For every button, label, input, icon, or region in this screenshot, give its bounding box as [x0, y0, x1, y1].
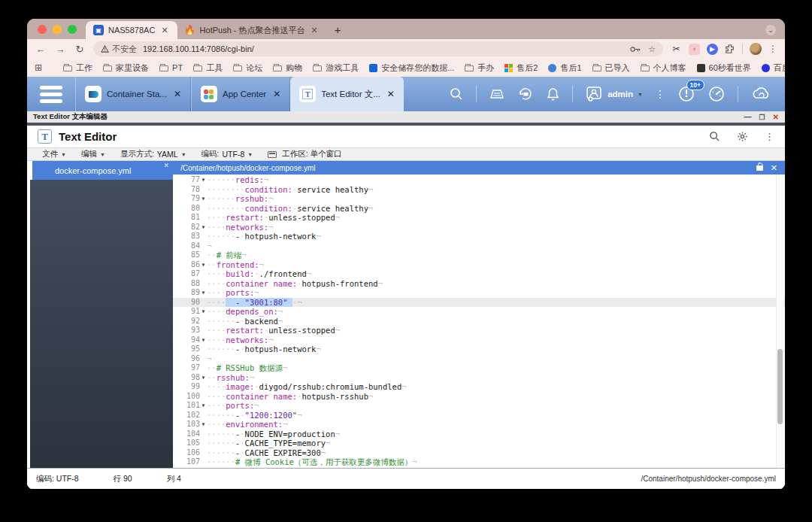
bookmark-item[interactable]: 游戏工具	[313, 62, 359, 74]
unlock-icon[interactable]	[756, 165, 763, 171]
more-options-icon[interactable]: ⋮	[655, 88, 665, 100]
bookmark-item[interactable]: 论坛	[233, 62, 262, 74]
bookmark-item[interactable]: 工作	[63, 62, 92, 74]
url-text[interactable]: 192.168.100.114:7086/cgi-bin/	[143, 44, 254, 53]
vertical-scrollbar[interactable]	[776, 175, 784, 468]
code-line-87[interactable]: 87····build:·./frontend¬	[173, 269, 785, 279]
code-line-102[interactable]: 102······-·"1200:1200"¬	[173, 411, 785, 420]
menu-edit[interactable]: 编辑▼	[75, 149, 111, 159]
bookmark-item[interactable]: 个人博客	[641, 62, 686, 74]
code-line-92[interactable]: 92······-·backend¬	[173, 317, 785, 326]
code-line-80[interactable]: 80········condition:·service_healthy¬	[173, 204, 785, 214]
bookmark-item[interactable]: 购物	[273, 62, 302, 74]
code-line-108[interactable]: 108······# - WEIBO_COOKIE=your_weibo_coo…	[173, 467, 785, 469]
code-line-83[interactable]: 83······-·hotpush-network¬	[173, 232, 785, 241]
sidebar-file-item[interactable]: docker-compose.yml ✕	[30, 161, 173, 180]
code-line-85[interactable]: 85··# 前端¬	[173, 250, 785, 260]
settings-gear-icon[interactable]	[737, 131, 748, 142]
fold-arrow-icon[interactable]: ▼	[200, 335, 207, 345]
code-line-78[interactable]: 78········condition:·service_healthy¬	[173, 185, 785, 195]
main-menu-button[interactable]	[27, 77, 75, 111]
task-progress-button[interactable]: 10+	[677, 85, 695, 103]
window-titlebar[interactable]: Text Editor 文本编辑器 — ❐ ✕	[27, 111, 785, 123]
code-line-84[interactable]: 84¬	[173, 241, 785, 251]
zoom-window-button[interactable]	[68, 25, 77, 34]
macos-traffic-lights[interactable]	[27, 25, 86, 39]
close-tab-icon[interactable]: ✕	[273, 89, 280, 99]
fold-arrow-icon[interactable]: ▼	[200, 288, 207, 298]
close-tab-icon[interactable]: ✕	[159, 26, 169, 35]
menu-workspace[interactable]: 工作区: 单个窗口	[262, 149, 347, 159]
fold-arrow-icon[interactable]: ▼	[200, 175, 207, 185]
close-tab-icon[interactable]: ✕	[310, 26, 320, 35]
close-window-button[interactable]	[38, 25, 47, 34]
code-line-91[interactable]: 91▼····depends_on:¬	[173, 307, 785, 317]
fold-arrow-icon[interactable]: ▼	[200, 401, 207, 411]
maximize-button[interactable]: ❐	[759, 114, 765, 121]
reload-button[interactable]: ↻	[74, 44, 86, 55]
code-line-98[interactable]: 98▼··rsshub:¬	[173, 373, 785, 383]
menu-file[interactable]: 文件▼	[36, 149, 72, 159]
bookmark-item[interactable]: PT	[159, 63, 183, 72]
fold-arrow-icon[interactable]: ▼	[200, 223, 207, 232]
show-desktop-icon[interactable]	[489, 87, 505, 101]
user-menu[interactable]: admin ▼	[585, 86, 643, 102]
code-line-107[interactable]: 107······# 微博 Cookie（可选，用于获取更多微博数据）¬	[173, 457, 785, 467]
code-line-95[interactable]: 95······-·hotpush-network¬	[173, 344, 785, 354]
tab-search-icon[interactable]: ⌄	[765, 25, 776, 35]
background-tasks-icon[interactable]	[517, 86, 534, 102]
pink-extension-icon[interactable]: ◖	[689, 44, 700, 55]
file-path-bar[interactable]: /Container/hotpush/docker-compose.yml ✕	[173, 161, 785, 175]
bookmark-item[interactable]: 家里设备	[103, 62, 149, 74]
forward-button[interactable]: →	[54, 44, 66, 55]
code-line-93[interactable]: 93····restart:·unless-stopped¬	[173, 326, 785, 335]
code-line-106[interactable]: 106······-·CACHE_EXPIRE=300¬	[173, 448, 785, 458]
code-line-105[interactable]: 105······-·CACHE_TYPE=memory¬	[173, 439, 785, 448]
code-area[interactable]: 77▼······redis:¬78········condition:·ser…	[173, 175, 785, 468]
code-line-90[interactable]: 90······-·"3001:80"··¬	[173, 298, 785, 308]
taskbar-tab-text-editor[interactable]: TText Editor 文...✕	[290, 77, 404, 111]
scissors-extension-icon[interactable]: ✂	[671, 44, 682, 55]
code-line-89[interactable]: 89▼····ports:¬	[173, 288, 785, 298]
search-icon[interactable]	[449, 86, 464, 102]
fold-arrow-icon[interactable]: ▼	[200, 420, 207, 429]
fold-arrow-icon[interactable]: ▼	[200, 373, 207, 383]
scrollbar-thumb[interactable]	[777, 349, 783, 424]
browser-tab-hotpush[interactable]: 🔥 HotPush - 热点聚合推送平台 ✕	[177, 21, 327, 39]
close-file-icon[interactable]: ✕	[163, 162, 169, 169]
apps-grid-icon[interactable]: ⊞	[35, 62, 42, 73]
notifications-bell-icon[interactable]	[546, 86, 560, 102]
bookmark-item[interactable]: 售后2	[504, 62, 538, 74]
address-bar[interactable]: 不安全 192.168.100.114:7086/cgi-bin/ ☆	[93, 41, 663, 56]
blue-extension-icon[interactable]: ▶	[707, 44, 718, 55]
code-line-100[interactable]: 100····container_name:·hotpush-rsshub¬	[173, 392, 785, 402]
bookmark-item[interactable]: 工具	[193, 62, 223, 74]
back-button[interactable]: ←	[35, 44, 47, 55]
code-line-101[interactable]: 101▼····ports:¬	[173, 401, 785, 411]
close-tab-icon[interactable]: ✕	[174, 89, 181, 99]
code-line-99[interactable]: 99····image:·diygod/rsshub:chromium-bund…	[173, 382, 785, 392]
close-tab-icon[interactable]: ✕	[387, 89, 395, 99]
myqnapcloud-icon[interactable]	[750, 86, 771, 102]
minimize-window-button[interactable]	[53, 25, 62, 34]
bookmark-item[interactable]: 百度一下，你就知道	[762, 62, 785, 74]
bookmark-item[interactable]: 60秒看世界	[697, 62, 751, 74]
code-line-79[interactable]: 79▼······rsshub:¬	[173, 194, 785, 204]
more-menu-icon[interactable]: ⋮	[765, 131, 774, 142]
fold-arrow-icon[interactable]: ▼	[200, 307, 207, 317]
taskbar-tab-app-center[interactable]: App Center✕	[191, 77, 290, 111]
menu-view-mode[interactable]: 显示方式:YAML▼	[114, 149, 192, 159]
password-key-icon[interactable]	[630, 46, 641, 53]
menu-encoding[interactable]: 编码:UTF-8▼	[195, 149, 259, 159]
security-chip[interactable]: 不安全	[101, 44, 137, 55]
code-line-81[interactable]: 81····restart:·unless-stopped¬	[173, 213, 785, 223]
code-line-104[interactable]: 104······-·NODE_ENV=production¬	[173, 429, 785, 439]
browser-menu-icon[interactable]: ⋮	[768, 44, 777, 54]
extensions-puzzle-icon[interactable]	[725, 44, 735, 54]
browser-tab-nas[interactable]: NAS5878AC ✕	[86, 21, 177, 39]
profile-avatar[interactable]	[750, 43, 762, 55]
taskbar-tab-container-station[interactable]: Container Sta...✕	[75, 77, 191, 111]
code-line-82[interactable]: 82▼····networks:¬	[173, 223, 785, 232]
code-line-86[interactable]: 86▼··frontend:¬	[173, 260, 785, 270]
code-line-94[interactable]: 94▼····networks:¬	[173, 335, 785, 345]
